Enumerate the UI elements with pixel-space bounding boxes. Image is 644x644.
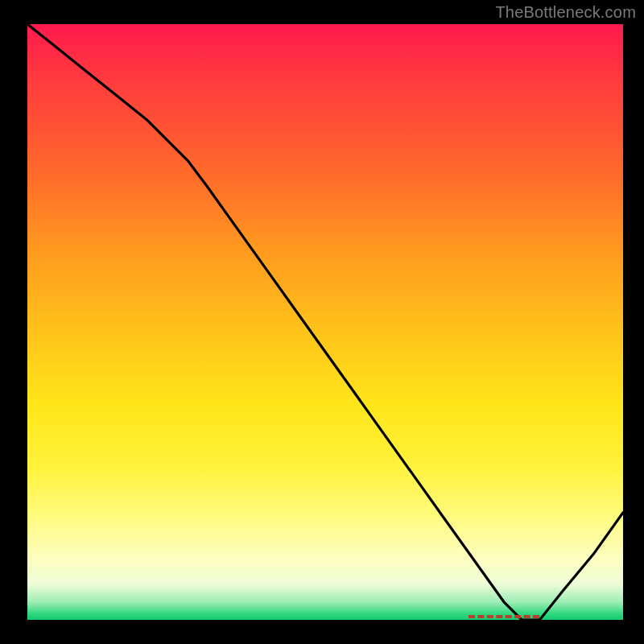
curve-overlay	[27, 24, 623, 620]
attribution-text: TheBottleneck.com	[495, 3, 636, 22]
chart-root: TheBottleneck.com	[0, 0, 644, 644]
optimal-range-marker	[469, 615, 540, 620]
plot-area	[27, 24, 623, 620]
curve-path	[27, 24, 623, 620]
